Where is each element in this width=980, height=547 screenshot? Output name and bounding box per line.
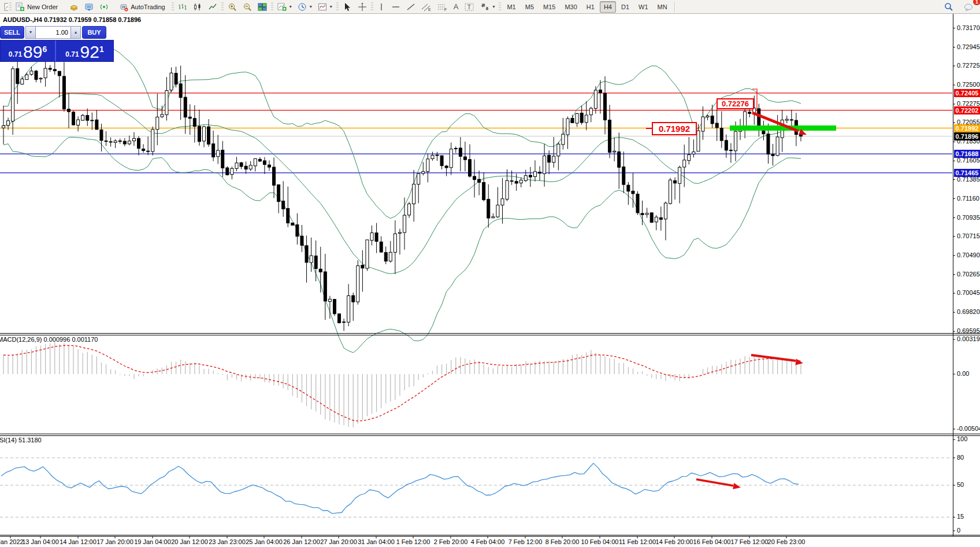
line-chart-icon[interactable] — [205, 1, 220, 13]
rsi-axis-label: 50 — [957, 481, 964, 488]
toolbar-grip[interactable] — [221, 2, 224, 12]
arrows-shapes-icon[interactable]: ▾ — [477, 1, 498, 13]
toolbar: New Order AutoTrading — [0, 0, 980, 14]
sell-price-pip: 6 — [42, 40, 47, 58]
timeframe-button-m15[interactable]: M15 — [539, 1, 559, 13]
time-axis-label: 31 Jan 04:00 — [358, 538, 395, 545]
timeframe-button-h4[interactable]: H4 — [600, 1, 616, 13]
time-axis-label: Jan 2022 — [0, 538, 24, 545]
macd-axis-label: -0.005049 — [957, 425, 980, 432]
rsi-axis-label: 0 — [957, 527, 960, 534]
volume-input[interactable] — [36, 26, 70, 39]
horizontal-line-icon[interactable] — [388, 1, 403, 13]
fibonacci-icon[interactable]: F — [435, 1, 451, 13]
macd-axis-label: 0.003199 — [957, 335, 980, 342]
indicators-icon[interactable]: ▾ — [274, 1, 295, 13]
toolbar-grip[interactable] — [271, 2, 273, 12]
red-trend-arrow[interactable] — [696, 479, 741, 489]
zoom-out-icon[interactable] — [240, 1, 255, 13]
candlesticks — [2, 50, 803, 331]
new-order-button[interactable]: New Order — [13, 1, 61, 13]
price-annotation-72276[interactable]: 0.72276 — [717, 98, 754, 109]
buy-price-big: 92 — [80, 45, 99, 60]
notification-badge: 1 — [973, 0, 980, 5]
svg-text:F: F — [444, 8, 447, 12]
tile-windows-icon[interactable] — [255, 1, 270, 13]
toolbar-grip[interactable] — [9, 2, 12, 12]
time-axis-label: 13 Jan 04:00 — [22, 538, 59, 545]
market-icon[interactable] — [66, 1, 81, 13]
autotrading-button[interactable]: AutoTrading — [116, 1, 168, 13]
buy-price-display[interactable]: 0.71 92 1 — [56, 40, 113, 61]
autotrading-label: AutoTrading — [131, 3, 165, 10]
zoom-in-icon[interactable] — [225, 1, 240, 13]
toolbar-grip[interactable] — [172, 2, 174, 12]
volume-decrease-button[interactable]: ▾ — [25, 26, 36, 39]
price-axis-marker: 0.71688 — [954, 150, 980, 158]
timeframe-button-m5[interactable]: M5 — [521, 1, 538, 13]
timeframe-button-m1[interactable]: M1 — [503, 1, 519, 13]
rsi-line — [1, 463, 799, 513]
notifications-icon[interactable]: 1 — [961, 1, 977, 13]
chevron-down-icon: ▾ — [330, 4, 332, 9]
rsi-axis-label: 100 — [957, 435, 967, 442]
price-axis-marker: 0.71992 — [954, 124, 980, 132]
time-axis-label: 19 Jan 04:00 — [134, 538, 171, 545]
time-axis-label: 20 Jan 12:00 — [171, 538, 208, 545]
signals-icon[interactable] — [96, 1, 112, 13]
price-axis-tick-label: 0.69595 — [957, 327, 980, 334]
timeframe-button-m30[interactable]: M30 — [560, 1, 581, 13]
time-axis-label: 11 Feb 12:00 — [619, 538, 656, 545]
buy-button[interactable]: BUY — [82, 26, 106, 39]
sell-price-display[interactable]: 0.71 89 6 — [1, 40, 56, 61]
bar-chart-icon[interactable] — [175, 1, 190, 13]
macd-axis-label: 0.00 — [957, 370, 969, 377]
timeframe-button-h1[interactable]: H1 — [582, 1, 599, 13]
timeframe-button-d1[interactable]: D1 — [617, 1, 633, 13]
timeframe-button-w1[interactable]: W1 — [634, 1, 652, 13]
cursor-icon[interactable] — [340, 1, 355, 13]
chart-surface[interactable] — [0, 14, 980, 547]
buy-price-pip: 1 — [99, 40, 104, 58]
toolbar-grip[interactable] — [499, 2, 501, 12]
price-axis-tick-label: 0.70045 — [957, 289, 980, 296]
text-icon[interactable]: A — [451, 1, 462, 12]
hosting-icon[interactable] — [81, 1, 96, 13]
equidistant-channel-icon[interactable]: E — [418, 1, 435, 13]
templates-icon[interactable]: ▾ — [315, 1, 335, 13]
one-click-trading-panel: SELL ▾ ▴ BUY 0.71 89 6 0.71 92 1 — [0, 26, 114, 62]
trendline-icon[interactable] — [403, 1, 418, 13]
time-axis-label: 2 Feb 20:00 — [434, 538, 468, 545]
vertical-line-icon[interactable] — [374, 1, 388, 13]
volume-increase-button[interactable]: ▴ — [70, 26, 81, 39]
crosshair-icon[interactable] — [355, 1, 370, 13]
timeframe-button-mn[interactable]: MN — [654, 1, 671, 13]
time-axis-label: 26 Jan 12:00 — [283, 538, 320, 545]
text-label-icon[interactable]: T — [461, 1, 477, 13]
candlestick-icon[interactable] — [190, 1, 205, 13]
sell-price-prefix: 0.71 — [9, 49, 22, 60]
buy-price-prefix: 0.71 — [65, 49, 79, 60]
time-axis-label: 20 Feb 23:00 — [768, 538, 805, 545]
rsi-axis-label: 15 — [957, 513, 964, 520]
time-axis-label: 4 Feb 04:00 — [471, 538, 505, 545]
chart-workspace: AUDUSD-,H4 0.71932 0.71959 0.71858 0.718… — [0, 14, 980, 547]
time-axis-label: 16 Feb 04:00 — [693, 538, 731, 545]
price-axis-marker: 0.71465 — [954, 169, 980, 177]
toolbar-grip[interactable] — [371, 2, 373, 12]
macd-histogram — [3, 342, 801, 428]
price-annotation-71992[interactable]: 0.71992 — [652, 122, 697, 135]
clipped-chart-icon[interactable] — [1, 2, 8, 12]
time-axis-label: 25 Jan 04:00 — [246, 538, 283, 545]
price-axis-tick-label: 0.71160 — [957, 195, 979, 202]
period-icon[interactable]: ▾ — [295, 1, 315, 13]
price-axis-tick-label: 0.70490 — [957, 252, 980, 258]
search-icon[interactable] — [941, 1, 956, 13]
price-axis-marker: 0.71896 — [954, 132, 980, 141]
svg-text:T: T — [467, 3, 472, 10]
price-axis-tick-label: 0.72725 — [957, 62, 980, 69]
new-order-label: New Order — [27, 3, 58, 10]
price-axis-tick-label: 0.70935 — [957, 214, 980, 221]
sell-button[interactable]: SELL — [0, 26, 24, 39]
toolbar-grip[interactable] — [336, 2, 339, 12]
